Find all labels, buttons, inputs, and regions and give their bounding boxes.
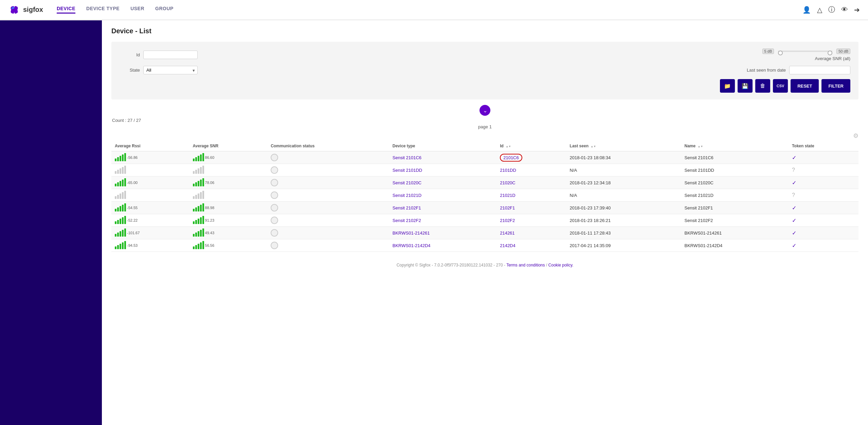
gear-icon[interactable]: ⚙ — [853, 132, 858, 140]
device-id-link[interactable]: 2142D4 — [500, 243, 516, 248]
col-token-state: Token state — [789, 141, 858, 151]
eye-icon[interactable]: 👁 — [841, 6, 848, 14]
folder-button[interactable]: 📁 — [720, 79, 735, 93]
token-state-cell: ✓ — [789, 177, 858, 189]
device-type-link[interactable]: BKRWS01-214261 — [393, 230, 430, 236]
help-icon[interactable]: ⓘ — [828, 5, 835, 14]
rssi-value: -94.53 — [127, 243, 138, 247]
expand-button[interactable]: ⌄ — [480, 105, 490, 116]
name-cell: BKRWS01-214261 — [681, 227, 789, 239]
terms-link[interactable]: Terms and conditions — [506, 263, 545, 267]
count-text: Count : 27 / 27 — [112, 118, 141, 123]
device-type-link[interactable]: Sensit 21020C — [393, 180, 421, 185]
device-id-link-highlighted[interactable]: 2101C6 — [500, 154, 522, 162]
device-id-link[interactable]: 2102F2 — [500, 218, 515, 223]
name-cell: Sensit 2101DD — [681, 164, 789, 177]
state-select[interactable]: All Active Inactive — [143, 66, 198, 74]
rssi-value: -65.00 — [127, 181, 138, 185]
snr-value: 88.98 — [205, 206, 215, 210]
table-body: -56.8686.60Sensit 2101C62101C62018-01-23… — [111, 151, 858, 252]
snr-cell: 88.98 — [189, 202, 268, 214]
device-type-cell: Sensit 2102F2 — [389, 214, 496, 227]
device-id-link[interactable]: 21021D — [500, 193, 516, 198]
comm-status-cell — [267, 189, 389, 202]
device-type-link[interactable]: Sensit 2102F2 — [393, 218, 421, 223]
logo: sigfox — [8, 4, 43, 16]
snr-thumb-right[interactable] — [828, 51, 832, 55]
device-type-link[interactable]: Sensit 2101DD — [393, 168, 422, 173]
token-question-icon: ? — [792, 167, 795, 173]
device-id-link[interactable]: 214261 — [500, 230, 514, 236]
snr-cell: 49.43 — [189, 227, 268, 239]
snr-value: 56.56 — [205, 243, 215, 247]
filter-button[interactable]: FILTER — [821, 79, 850, 93]
device-id-link[interactable]: 2102F1 — [500, 205, 515, 210]
id-label: Id — [120, 52, 140, 57]
snr-label: Average SNR (all) — [806, 56, 850, 61]
snr-thumb-left[interactable] — [778, 51, 783, 55]
device-type-link[interactable]: Sensit 2102F1 — [393, 205, 421, 210]
header: sigfox DEVICE DEVICE TYPE USER GROUP 👤 △… — [0, 0, 868, 20]
csv-button[interactable]: CSV — [773, 79, 788, 93]
comm-status-cell — [267, 151, 389, 164]
name-cell: Sensit 21021D — [681, 189, 789, 202]
col-id[interactable]: Id ▲▼ — [496, 141, 566, 151]
footer: Copyright © Sigfox - 7.0.2-0f5f773-20180… — [111, 259, 858, 272]
id-cell: 2101DD — [496, 164, 566, 177]
device-id-link[interactable]: 21020C — [500, 180, 516, 185]
last-seen-filter-group: Last seen from date — [738, 66, 850, 74]
nav-device-type[interactable]: DEVICE TYPE — [86, 6, 120, 14]
comm-status-cell — [267, 214, 389, 227]
rssi-value: -56.86 — [127, 155, 138, 160]
device-type-cell: BKRWS01-2142D4 — [389, 239, 496, 252]
snr-value: 86.60 — [205, 155, 215, 160]
token-state-cell: ? — [789, 164, 858, 177]
comm-circle — [271, 229, 278, 237]
comm-status-cell — [267, 202, 389, 214]
expand-btn-area: ⌄ — [111, 105, 858, 116]
cookie-link[interactable]: Cookie policy. — [548, 263, 574, 267]
last-seen-cell: N/A — [566, 164, 681, 177]
snr-labels-row: 5 dB 50 dB — [211, 49, 850, 54]
device-type-link[interactable]: Sensit 2101C6 — [393, 155, 421, 160]
table-row: -56.8686.60Sensit 2101C62101C62018-01-23… — [111, 151, 858, 164]
token-check-icon: ✓ — [792, 218, 796, 223]
save-button[interactable]: 💾 — [738, 79, 753, 93]
filter-actions: 📁 💾 🗑 CSV RESET FILTER — [120, 79, 850, 93]
device-id-link[interactable]: 2101DD — [500, 168, 516, 173]
id-sort-arrows: ▲▼ — [506, 145, 511, 148]
table-row: -52.2291.23Sensit 2102F22102F22018-01-23… — [111, 214, 858, 227]
logout-icon[interactable]: ➔ — [854, 6, 860, 14]
snr-cell: 56.56 — [189, 239, 268, 252]
person-icon[interactable]: 👤 — [802, 6, 811, 14]
nav-device[interactable]: DEVICE — [57, 6, 75, 14]
main-content: Device - List Id 5 dB — [102, 20, 868, 425]
token-state-cell: ✓ — [789, 202, 858, 214]
footer-separator: / — [546, 263, 548, 267]
reset-button[interactable]: RESET — [791, 79, 819, 93]
rssi-cell: -101.67 — [111, 227, 189, 239]
main-nav: DEVICE DEVICE TYPE USER GROUP — [57, 6, 802, 14]
device-type-cell: Sensit 2101C6 — [389, 151, 496, 164]
col-name[interactable]: Name ▲▼ — [681, 141, 789, 151]
last-seen-input[interactable] — [789, 66, 850, 74]
comm-circle — [271, 191, 278, 199]
nav-user[interactable]: USER — [130, 6, 144, 14]
last-seen-cell: 2017-04-21 14:35:09 — [566, 239, 681, 252]
token-state-cell: ✓ — [789, 239, 858, 252]
rssi-cell: -56.86 — [111, 151, 189, 164]
id-input[interactable] — [143, 51, 198, 59]
comm-circle — [271, 179, 278, 186]
snr-value: 49.43 — [205, 231, 215, 235]
device-type-link[interactable]: Sensit 21021D — [393, 193, 421, 198]
snr-cell — [189, 189, 268, 202]
device-type-link[interactable]: BKRWS01-2142D4 — [393, 243, 431, 248]
delete-button[interactable]: 🗑 — [755, 79, 770, 93]
nav-group[interactable]: GROUP — [155, 6, 174, 14]
snr-cell — [189, 164, 268, 177]
device-type-cell: Sensit 21020C — [389, 177, 496, 189]
col-last-seen[interactable]: Last seen ▲▼ — [566, 141, 681, 151]
rssi-value: -54.55 — [127, 206, 138, 210]
footer-text: Copyright © Sigfox - 7.0.2-0f5f773-20180… — [397, 263, 507, 267]
alert-icon[interactable]: △ — [817, 6, 822, 14]
